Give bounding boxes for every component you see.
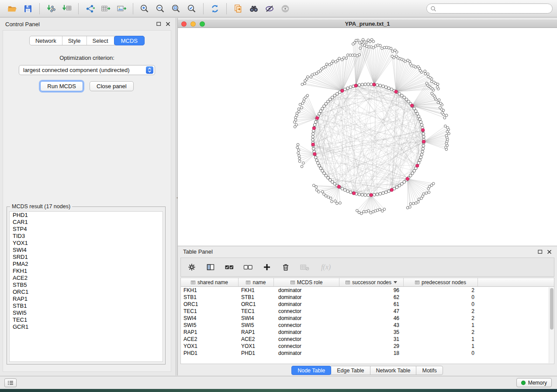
- float-window-icon[interactable]: [156, 22, 161, 26]
- table-cell[interactable]: ORC1: [239, 301, 274, 308]
- table-cell[interactable]: 2: [404, 329, 478, 336]
- zoom-in-button[interactable]: [137, 2, 152, 16]
- task-history-button[interactable]: [4, 378, 17, 387]
- mcds-result-item[interactable]: YOX1: [10, 240, 163, 247]
- memory-button[interactable]: Memory: [516, 378, 552, 387]
- clone-network-button[interactable]: [230, 2, 246, 16]
- tab-motifs[interactable]: Motifs: [416, 366, 443, 375]
- mcds-result-item[interactable]: SWI5: [10, 309, 163, 316]
- table-cell[interactable]: 62: [339, 294, 404, 301]
- table-cell[interactable]: 61: [339, 301, 404, 308]
- refresh-button[interactable]: [207, 2, 223, 16]
- delete-column-button[interactable]: [281, 262, 291, 272]
- mcds-result-item[interactable]: RAP1: [10, 296, 163, 303]
- tab-network-table[interactable]: Network Table: [370, 366, 417, 375]
- mcds-result-item[interactable]: TEC1: [10, 316, 163, 323]
- zoom-fit-button[interactable]: [168, 2, 184, 16]
- table-cell[interactable]: 31: [339, 336, 404, 343]
- close-panel-button[interactable]: Close panel: [90, 81, 134, 91]
- column-header-mcds-role[interactable]: MCDS role: [274, 278, 339, 287]
- table-row[interactable]: YOX1YOX1connector291: [181, 343, 554, 350]
- open-file-button[interactable]: [4, 2, 20, 16]
- column-header-shared-name[interactable]: shared name: [181, 278, 239, 287]
- mcds-result-item[interactable]: PHD1: [10, 212, 163, 219]
- hide-selected-button[interactable]: [262, 2, 277, 16]
- table-row[interactable]: RAP1RAP1dominator352: [181, 329, 554, 336]
- add-column-button[interactable]: [262, 262, 272, 272]
- table-cell[interactable]: YOX1: [181, 343, 239, 350]
- table-cell[interactable]: dominator: [274, 315, 339, 322]
- table-cell[interactable]: STB1: [181, 294, 239, 301]
- table-row[interactable]: TEC1TEC1connector472: [181, 308, 554, 315]
- mcds-result-item[interactable]: TID3: [10, 233, 163, 240]
- column-header-successor-nodes[interactable]: successor nodes: [339, 278, 404, 287]
- table-cell[interactable]: TEC1: [239, 308, 274, 315]
- table-cell[interactable]: STB1: [239, 294, 274, 301]
- network-window-titlebar[interactable]: YPA_prune.txt_1: [178, 20, 557, 28]
- table-row[interactable]: STB1STB1dominator620: [181, 294, 554, 301]
- mcds-result-item[interactable]: STB5: [10, 282, 163, 289]
- network-graph[interactable]: [178, 28, 557, 246]
- export-image-button[interactable]: [114, 2, 129, 16]
- export-table-button[interactable]: [98, 2, 114, 16]
- tab-style[interactable]: Style: [62, 36, 87, 45]
- table-cell[interactable]: 29: [339, 343, 404, 350]
- search-input[interactable]: [436, 5, 549, 12]
- column-header-name[interactable]: name: [239, 278, 274, 287]
- table-row[interactable]: SWI4SWI4dominator462: [181, 315, 554, 322]
- table-cell[interactable]: YOX1: [239, 343, 274, 350]
- table-cell[interactable]: dominator: [274, 350, 339, 357]
- table-cell[interactable]: 0: [404, 294, 478, 301]
- deselect-all-rows-button[interactable]: [243, 262, 253, 272]
- table-cell[interactable]: 46: [339, 315, 404, 322]
- table-cell[interactable]: dominator: [274, 294, 339, 301]
- table-cell[interactable]: ORC1: [181, 301, 239, 308]
- table-cell[interactable]: connector: [274, 343, 339, 350]
- mcds-result-item[interactable]: CAR1: [10, 219, 163, 226]
- float-window-icon[interactable]: [538, 250, 543, 254]
- zoom-selected-button[interactable]: [184, 2, 200, 16]
- table-cell[interactable]: 18: [339, 350, 404, 357]
- table-cell[interactable]: dominator: [274, 301, 339, 308]
- table-cell[interactable]: PHD1: [239, 350, 274, 357]
- show-columns-button[interactable]: [206, 262, 215, 272]
- mcds-result-item[interactable]: STB1: [10, 303, 163, 309]
- mcds-result-item[interactable]: ORC1: [10, 289, 163, 296]
- table-cell[interactable]: RAP1: [239, 329, 274, 336]
- close-panel-icon[interactable]: [547, 250, 552, 254]
- run-mcds-button[interactable]: Run MCDS: [40, 81, 83, 91]
- import-network-button[interactable]: [43, 2, 59, 16]
- table-cell[interactable]: 96: [339, 287, 404, 294]
- tab-mcds[interactable]: MCDS: [114, 36, 145, 45]
- mcds-result-item[interactable]: SRD1: [10, 254, 163, 261]
- table-cell[interactable]: 1: [404, 343, 478, 350]
- table-cell[interactable]: 0: [404, 301, 478, 308]
- table-row[interactable]: SWI5SWI5connector431: [181, 322, 554, 329]
- table-cell[interactable]: RAP1: [181, 329, 239, 336]
- tab-edge-table[interactable]: Edge Table: [331, 366, 370, 375]
- mcds-result-item[interactable]: STP4: [10, 226, 163, 233]
- table-cell[interactable]: ACE2: [181, 336, 239, 343]
- table-cell[interactable]: 35: [339, 329, 404, 336]
- table-cell[interactable]: dominator: [274, 329, 339, 336]
- mcds-result-item[interactable]: SWI4: [10, 247, 163, 254]
- table-cell[interactable]: TEC1: [181, 308, 239, 315]
- mcds-result-list[interactable]: PHD1CAR1STP4TID3YOX1SWI4SRD1PMA2FKH1ACE2…: [9, 211, 163, 362]
- zoom-out-button[interactable]: [152, 2, 168, 16]
- table-cell[interactable]: 1: [404, 336, 478, 343]
- table-cell[interactable]: SWI5: [181, 322, 239, 329]
- tab-node-table[interactable]: Node Table: [291, 366, 331, 375]
- mcds-result-item[interactable]: GCR1: [10, 323, 163, 330]
- import-table-button[interactable]: [59, 2, 75, 16]
- table-cell[interactable]: FKH1: [181, 287, 239, 294]
- table-cell[interactable]: 2: [404, 287, 478, 294]
- table-cell[interactable]: 2: [404, 315, 478, 322]
- table-cell[interactable]: FKH1: [239, 287, 274, 294]
- show-all-button[interactable]: [277, 2, 293, 16]
- network-canvas[interactable]: [178, 28, 557, 246]
- first-neighbors-button[interactable]: [246, 2, 262, 16]
- save-button[interactable]: [20, 2, 36, 16]
- table-cell[interactable]: connector: [274, 308, 339, 315]
- table-cell[interactable]: 47: [339, 308, 404, 315]
- close-panel-icon[interactable]: [166, 22, 170, 26]
